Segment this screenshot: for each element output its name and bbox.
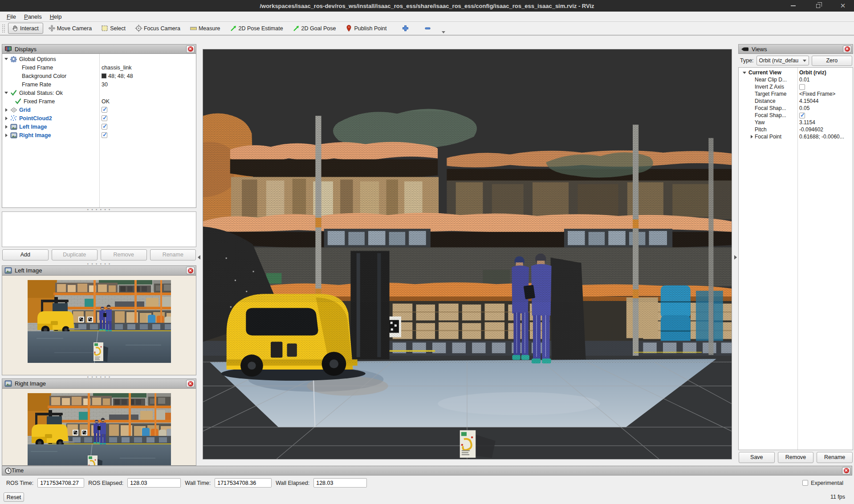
- displays-tree[interactable]: Global Options Fixed Frame chassis_link …: [2, 54, 196, 208]
- views-row-target-frame[interactable]: Target Frame <Fixed Frame>: [739, 90, 853, 98]
- left-splitter[interactable]: [196, 44, 202, 466]
- duplicate-button[interactable]: Duplicate: [52, 249, 98, 260]
- rename-view-button[interactable]: Rename: [817, 452, 853, 463]
- tool-2d-goal-pose[interactable]: 2D Goal Pose: [289, 23, 341, 34]
- window-title: /workspaces/isaac_ros-dev/ros_ws/install…: [260, 3, 594, 9]
- left-image-close-button[interactable]: ✕: [186, 267, 195, 274]
- tree-row-frame-rate[interactable]: Frame Rate 30: [2, 80, 196, 89]
- right-image-checkbox[interactable]: [102, 132, 107, 138]
- minimize-button[interactable]: [788, 2, 798, 10]
- focal-shape-checkbox[interactable]: [799, 113, 805, 118]
- left-camera-image: [28, 280, 171, 363]
- displays-panel-header[interactable]: Displays ✕: [2, 44, 196, 54]
- camera-icon: [741, 46, 749, 52]
- grid-checkbox[interactable]: [102, 107, 107, 113]
- right-splitter[interactable]: [733, 44, 738, 466]
- rviz-window: /workspaces/isaac_ros-dev/ros_ws/install…: [0, 0, 854, 504]
- close-window-button[interactable]: ✕: [838, 2, 848, 10]
- experimental-checkbox[interactable]: [802, 480, 808, 486]
- hand-icon: [11, 24, 19, 32]
- tool-publish-point[interactable]: Publish Point: [342, 23, 391, 34]
- panel-splitter[interactable]: • • • • • •: [2, 262, 196, 265]
- menu-file[interactable]: File: [3, 12, 20, 21]
- remove-view-button[interactable]: Remove: [778, 452, 814, 463]
- time-panel-header[interactable]: Time ✕: [2, 466, 852, 476]
- tree-row-background-color[interactable]: Background Color 48; 48; 48: [2, 72, 196, 80]
- expander-icon[interactable]: [2, 92, 10, 94]
- expander-icon[interactable]: [740, 72, 748, 74]
- views-row-invert-z[interactable]: Invert Z Axis: [739, 83, 853, 90]
- expander-icon[interactable]: [2, 125, 10, 129]
- tool-interact[interactable]: Interact: [8, 23, 43, 34]
- tool-2d-pose-estimate[interactable]: 2D Pose Estimate: [227, 23, 288, 34]
- collapse-right-icon[interactable]: [734, 255, 737, 260]
- left-image-checkbox[interactable]: [102, 124, 107, 130]
- views-row-yaw[interactable]: Yaw 3.1154: [739, 119, 853, 126]
- expander-icon[interactable]: [2, 58, 10, 60]
- tree-row-global-options[interactable]: Global Options: [2, 55, 196, 63]
- menu-panels[interactable]: Panels: [20, 12, 46, 21]
- fixed-frame-value[interactable]: chassis_link: [99, 65, 131, 71]
- expander-icon[interactable]: [748, 135, 755, 138]
- toolbar-overflow-arrow[interactable]: [442, 31, 445, 33]
- pointcloud2-checkbox[interactable]: [102, 115, 107, 121]
- views-close-button[interactable]: ✕: [843, 45, 851, 53]
- right-image-panel-header[interactable]: Right Image ✕: [2, 379, 196, 389]
- tree-row-left-image[interactable]: Left Image: [2, 122, 196, 131]
- views-tree[interactable]: Current View Orbit (rviz) Near Clip D...…: [738, 67, 853, 450]
- remove-button[interactable]: Remove: [101, 249, 147, 260]
- invert-z-checkbox[interactable]: [799, 84, 805, 90]
- tree-row-status-fixed-frame[interactable]: Fixed Frame OK: [2, 97, 196, 106]
- remove-tool-button[interactable]: [421, 23, 435, 33]
- tool-move-camera[interactable]: Move Camera: [45, 23, 97, 34]
- tree-row-grid[interactable]: Grid: [2, 106, 196, 114]
- image-icon: [10, 132, 19, 138]
- views-row-focal-point[interactable]: Focal Point 0.61688; -0.0060...: [739, 133, 853, 140]
- frame-rate-value[interactable]: 30: [99, 81, 108, 88]
- wall-time-input[interactable]: [215, 478, 272, 488]
- ros-elapsed-input[interactable]: [127, 478, 181, 488]
- add-tool-button[interactable]: [399, 23, 413, 33]
- reset-button[interactable]: Reset: [4, 492, 24, 502]
- add-button[interactable]: Add: [2, 249, 49, 260]
- left-image-panel-header[interactable]: Left Image ✕: [2, 266, 196, 276]
- views-panel-header[interactable]: Views ✕: [738, 44, 853, 54]
- plus-icon: [402, 25, 409, 32]
- background-color-value[interactable]: 48; 48; 48: [99, 73, 133, 79]
- tool-measure[interactable]: Measure: [187, 23, 225, 34]
- views-row-focal-shape-fixed[interactable]: Focal Shap...: [739, 112, 853, 119]
- render-3d-view[interactable]: [203, 49, 732, 459]
- view-type-combobox[interactable]: Orbit (rviz_defau: [756, 56, 809, 65]
- views-row-near-clip[interactable]: Near Clip D... 0.01: [739, 76, 853, 83]
- tool-focus-camera[interactable]: Focus Camera: [132, 23, 185, 34]
- restore-button[interactable]: [813, 2, 823, 10]
- collapse-left-icon[interactable]: [198, 255, 200, 260]
- tree-row-right-image[interactable]: Right Image: [2, 131, 196, 139]
- tree-row-global-status[interactable]: Global Status: Ok: [2, 89, 196, 97]
- experimental-label: Experimental: [811, 480, 843, 486]
- tool-select[interactable]: Select: [98, 23, 130, 34]
- displays-close-button[interactable]: ✕: [186, 45, 195, 53]
- tree-row-fixed-frame[interactable]: Fixed Frame chassis_link: [2, 63, 196, 72]
- views-row-distance[interactable]: Distance 4.15044: [739, 98, 853, 105]
- right-image-close-button[interactable]: ✕: [186, 380, 195, 387]
- time-close-button[interactable]: ✕: [842, 467, 850, 475]
- save-view-button[interactable]: Save: [739, 452, 775, 463]
- viewport-wrap: [202, 44, 733, 466]
- zero-button[interactable]: Zero: [812, 56, 852, 66]
- views-row-pitch[interactable]: Pitch -0.094602: [739, 126, 853, 133]
- tree-row-pointcloud2[interactable]: PointCloud2: [2, 114, 196, 122]
- panel-splitter[interactable]: • • • • • •: [2, 375, 196, 378]
- expander-icon[interactable]: [2, 134, 10, 137]
- wall-elapsed-input[interactable]: [313, 478, 367, 488]
- expander-icon[interactable]: [2, 108, 10, 112]
- toolbar-grip[interactable]: [2, 24, 5, 33]
- displays-splitter[interactable]: • • • • • •: [2, 208, 196, 211]
- expander-icon[interactable]: [2, 117, 10, 120]
- rename-button[interactable]: Rename: [150, 249, 196, 260]
- ros-time-input[interactable]: [37, 478, 84, 488]
- views-row-focal-shape-size[interactable]: Focal Shap... 0.05: [739, 105, 853, 112]
- menu-help[interactable]: Help: [46, 12, 66, 21]
- views-row-current-view[interactable]: Current View Orbit (rviz): [739, 69, 853, 76]
- ros-elapsed-label: ROS Elapsed:: [88, 480, 123, 486]
